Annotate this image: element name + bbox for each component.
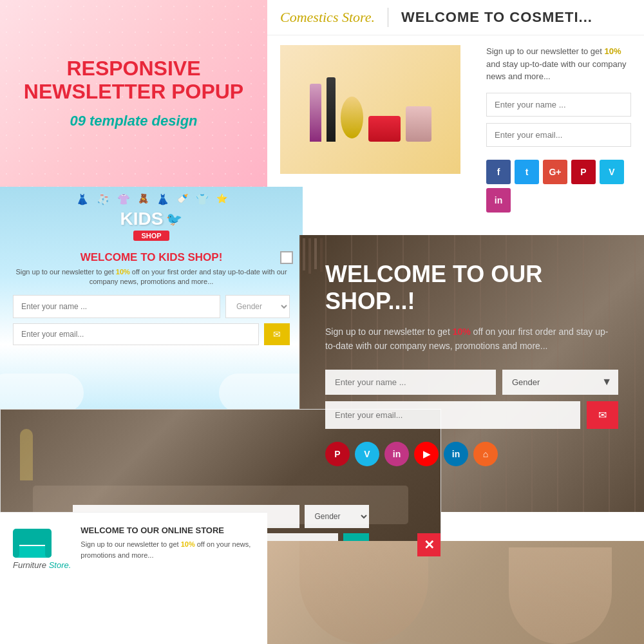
main-title-line2: NEWSLETTER POPUP xyxy=(24,80,243,103)
clothing-name-input[interactable] xyxy=(325,370,496,395)
kids-email-input[interactable] xyxy=(13,323,259,345)
instagram-btn[interactable]: in xyxy=(486,188,511,213)
kids-welcome-text: WELCOME TO KIDS SHOP! xyxy=(80,251,223,264)
cosmetics-name-input[interactable] xyxy=(486,93,631,117)
clothing-youtube-btn[interactable]: ▶ xyxy=(414,442,439,466)
clothing-instagram-btn[interactable]: in xyxy=(384,442,409,466)
cosmetics-image-area xyxy=(280,45,473,213)
kids-name-input[interactable] xyxy=(13,295,220,318)
kids-submit-button[interactable]: ✉ xyxy=(264,323,290,345)
product-sphere xyxy=(341,97,363,138)
cloud-left xyxy=(0,374,84,412)
fashion-background xyxy=(267,541,644,644)
cosmetics-header: Comestics Store. WELCOME TO COSMETI... xyxy=(267,0,644,35)
main-title-line1: RESPONSIVE xyxy=(66,57,200,80)
clothing-gender-select[interactable]: Gender Male Female xyxy=(502,370,618,395)
furniture-store-logo-icon: Furniture Store. xyxy=(13,526,71,631)
clothing-email-row: ✉ xyxy=(325,401,618,429)
cosmetics-social-row: f t G+ P V in xyxy=(486,160,631,213)
main-subtitle: 09 template design xyxy=(70,113,197,129)
kids-email-row: ✉ xyxy=(13,323,290,345)
bedroom-gender-select[interactable]: Gender Male Female xyxy=(305,505,369,528)
cosmetics-email-input[interactable] xyxy=(486,123,631,147)
cloud-right xyxy=(219,374,303,412)
clothing-social-row: P V in ▶ in ⌂ xyxy=(325,442,618,466)
cosmetics-products-image xyxy=(280,45,460,174)
clothing-submit-button[interactable]: ✉ xyxy=(587,401,618,429)
checkbox[interactable] xyxy=(280,251,293,264)
clothing-gender-wrapper: Gender Male Female ▼ xyxy=(502,370,618,395)
clothing-vimeo-btn[interactable]: V xyxy=(355,442,379,466)
clothing-rss-btn[interactable]: ⌂ xyxy=(473,442,498,466)
cosmetics-welcome-text: WELCOME TO COSMETI... xyxy=(401,9,592,26)
cosmetics-form: Sign up to our newsletter to get 10% and… xyxy=(486,45,631,213)
furniture-store-description: Sign up to our newsletter to get 10% off… xyxy=(80,539,254,560)
kids-logo-text: KIDS xyxy=(120,209,164,229)
hanging-decoration: 👗 🧦 👚 🧸 👗 🍼 👕 ⭐ xyxy=(76,193,227,205)
vimeo-btn[interactable]: V xyxy=(600,160,624,184)
fashion-panel xyxy=(267,541,644,644)
cosmetics-logo: Comestics Store. xyxy=(280,9,375,26)
furniture-store-info: WELCOME TO OUR ONLINE STORE Sign up to o… xyxy=(80,526,254,631)
shop-badge: SHOP xyxy=(133,231,169,241)
clothing-email-input[interactable] xyxy=(325,401,580,429)
cosmetics-panel: Comestics Store. WELCOME TO COSMETI... S… xyxy=(267,0,644,238)
top-left-panel: RESPONSIVE NEWSLETTER POPUP 09 template … xyxy=(0,0,267,187)
clothing-panel: WELCOME TO OUR SHOP...! Sign up to our n… xyxy=(299,235,644,512)
kids-form-row1: Gender Male Female xyxy=(13,295,290,318)
cosmetics-body: Sign up to our newsletter to get 10% and… xyxy=(267,35,644,222)
clothing-linkedin-btn[interactable]: in xyxy=(444,442,468,466)
kids-gender-select[interactable]: Gender Male Female xyxy=(225,295,290,318)
furniture-logo-text: Furniture Store. xyxy=(13,560,71,570)
kids-panel: 👗 🧦 👚 🧸 👗 🍼 👕 ⭐ KIDS 🐦 SHOP WELCOME TO K… xyxy=(0,187,303,412)
kids-bird-icon: 🐦 xyxy=(166,211,182,227)
furniture-store-panel: Furniture Store. WELCOME TO OUR ONLINE S… xyxy=(0,512,267,644)
clothing-description: Sign up to our newsletter to get 10% off… xyxy=(325,325,618,354)
clothing-content: WELCOME TO OUR SHOP...! Sign up to our n… xyxy=(299,235,644,479)
twitter-btn[interactable]: t xyxy=(515,160,539,184)
pinterest-btn[interactable]: P xyxy=(571,160,596,184)
clothing-title: WELCOME TO OUR SHOP...! xyxy=(325,261,618,315)
close-popup-button[interactable]: ✕ xyxy=(417,533,440,556)
clothing-pinterest-btn[interactable]: P xyxy=(325,442,350,466)
furniture-store-title: WELCOME TO OUR ONLINE STORE xyxy=(80,526,254,535)
kids-description: Sign up to our newsletter to get 10% off… xyxy=(13,267,290,287)
kids-logo: KIDS 🐦 SHOP xyxy=(120,209,183,244)
cosmetics-desc: Sign up to our newsletter to get 10% and… xyxy=(486,45,631,83)
header-divider xyxy=(388,8,388,27)
google-btn[interactable]: G+ xyxy=(543,160,567,184)
clothing-form-row1: Gender Male Female ▼ xyxy=(325,370,618,395)
facebook-btn[interactable]: f xyxy=(486,160,511,184)
